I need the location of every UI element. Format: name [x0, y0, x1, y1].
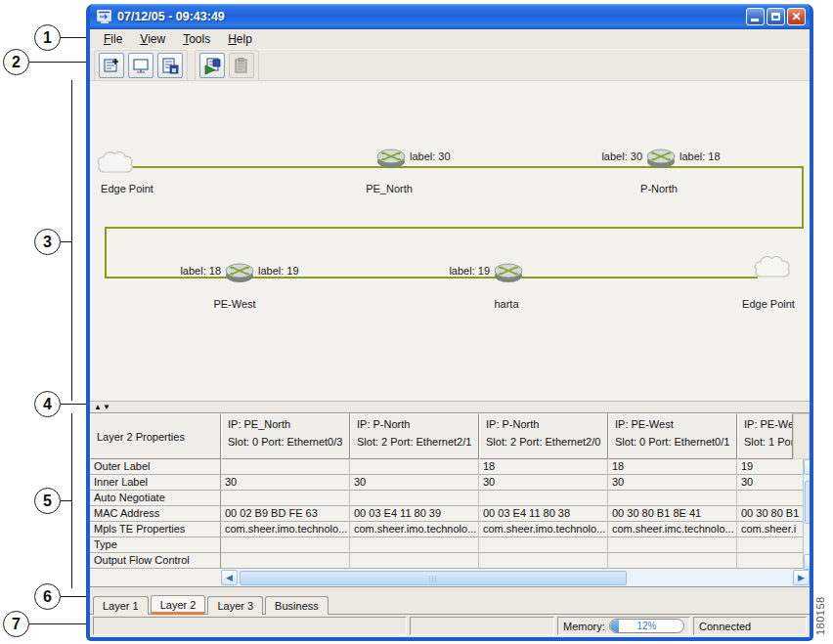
table-cell[interactable] — [479, 553, 608, 569]
column-ip: IP: P-North — [486, 418, 601, 430]
minimize-button[interactable] — [746, 8, 765, 25]
scroll-right-icon[interactable]: ▶ — [793, 570, 810, 585]
table-cell[interactable]: 18 — [608, 459, 737, 475]
toolbar-group-2 — [195, 50, 259, 81]
title-bar[interactable]: 07/12/05 - 09:43:49 ✕ — [90, 4, 810, 29]
table-cell[interactable] — [221, 537, 350, 553]
node-pe-north[interactable]: label: 30 — [375, 147, 407, 169]
column-header-pe-north[interactable]: IP: PE_North Slot: 0 Port: Ethernet0/3 — [221, 413, 350, 459]
table-cell[interactable] — [608, 491, 737, 506]
row-label[interactable]: Auto Negotiate — [90, 491, 221, 506]
table-cell[interactable] — [350, 459, 479, 475]
data-column-pe-west-2: 19 30 00 30 80 B1 com.sheer.i — [737, 459, 804, 570]
path-segment-top — [132, 166, 804, 168]
pane-divider[interactable]: ▲▼ — [90, 401, 810, 413]
close-button[interactable]: ✕ — [787, 8, 806, 25]
scroll-left-icon[interactable]: ◀ — [221, 570, 238, 585]
table-cell[interactable]: 00 03 E4 11 80 39 — [350, 506, 479, 522]
export-run-button[interactable] — [199, 53, 225, 78]
horizontal-scroll-thumb[interactable]: ||| — [240, 571, 627, 585]
table-cell[interactable] — [737, 553, 804, 569]
scroll-down-icon[interactable]: ▼ — [804, 554, 813, 570]
tab-layer2[interactable]: Layer 2 — [151, 595, 206, 615]
status-panel-main — [93, 617, 407, 635]
column-header-p-north-2[interactable]: IP: P-North Slot: 2 Port: Ethernet2/0 — [479, 413, 608, 459]
show-display-button[interactable] — [128, 53, 153, 78]
mpls-label: label: 18 — [680, 150, 721, 162]
window-icon — [97, 10, 112, 23]
table-cell[interactable]: 19 — [737, 459, 804, 475]
table-cell[interactable] — [479, 537, 608, 553]
column-header-pe-west-2[interactable]: IP: PE-Wes Slot: 1 Por — [737, 413, 793, 459]
row-label[interactable]: Type — [90, 537, 221, 553]
scroll-up-icon[interactable]: ▲ — [804, 459, 813, 475]
table-cell[interactable]: com.sheer.imo.technolo... — [350, 522, 479, 537]
table-cell[interactable]: 00 30 80 B1 — [737, 506, 804, 522]
horizontal-scrollbar[interactable]: ◀ ||| ▶ — [221, 570, 810, 586]
row-label[interactable]: Outer Label — [90, 459, 221, 475]
table-cell[interactable] — [221, 553, 350, 569]
table-cell[interactable]: 00 03 E4 11 80 38 — [479, 506, 608, 522]
table-cell[interactable] — [350, 553, 479, 569]
collapse-expand-icon[interactable]: ▲▼ — [94, 404, 111, 411]
menu-view[interactable]: View — [131, 30, 174, 48]
toolbar-group-1 — [94, 50, 188, 81]
table-cell[interactable] — [221, 491, 350, 506]
memory-label: Memory: — [563, 621, 605, 632]
table-cell[interactable]: 30 — [350, 475, 479, 491]
connection-label: Connected — [699, 621, 751, 632]
column-header-p-north-1[interactable]: IP: P-North Slot: 2 Port: Ethernet2/1 — [350, 413, 479, 459]
row-label[interactable]: MAC Address — [90, 506, 221, 522]
menu-help[interactable]: Help — [219, 30, 261, 48]
paste-button[interactable] — [229, 53, 254, 78]
table-cell[interactable]: 00 30 80 B1 8E 41 — [608, 506, 737, 522]
vertical-scrollbar[interactable]: ▲ ▼ — [804, 459, 813, 570]
column-header-pe-west-1[interactable]: IP: PE-West Slot: 0 Port: Ethernet0/1 — [608, 413, 737, 459]
table-cell[interactable]: com.sheer.imo.technolo... — [221, 522, 350, 537]
callout-5: 5 — [34, 488, 61, 514]
callout-2: 2 — [3, 49, 29, 75]
row-label[interactable]: Inner Label — [90, 475, 221, 491]
maximize-button[interactable] — [767, 8, 785, 25]
tab-bar: Layer 1 Layer 2 Layer 3 Business — [90, 590, 810, 615]
callout-bracket-5 — [71, 413, 72, 588]
node-pe-west[interactable]: label: 18 label: 19 — [224, 261, 255, 283]
new-report-button[interactable] — [99, 53, 124, 78]
table-cell[interactable]: com.sheer.imo.technolo... — [479, 522, 608, 537]
table-cell[interactable] — [737, 491, 804, 506]
node-p-north[interactable]: label: 30 label: 18 — [645, 147, 677, 169]
table-cell[interactable]: com.sheer.imc.technolo... — [608, 522, 737, 537]
table-cell[interactable]: 00 02 B9 BD FE 63 — [221, 506, 350, 522]
table-cell[interactable] — [737, 537, 804, 553]
table-cell[interactable] — [608, 553, 737, 569]
save-report-button[interactable] — [157, 53, 183, 78]
table-cell[interactable]: 30 — [479, 475, 608, 491]
tab-business[interactable]: Business — [265, 596, 329, 615]
table-cell[interactable] — [479, 491, 608, 506]
table-cell[interactable] — [608, 537, 737, 553]
callout-line-1 — [61, 37, 86, 38]
table-cell[interactable]: 18 — [479, 459, 608, 475]
tab-layer1[interactable]: Layer 1 — [93, 596, 149, 615]
row-label[interactable]: Output Flow Control — [90, 553, 221, 569]
table-cell[interactable] — [350, 491, 479, 506]
table-cell[interactable]: com.sheer.i — [737, 522, 804, 537]
table-cell[interactable] — [350, 537, 479, 553]
row-label[interactable]: Mpls TE Properties — [90, 522, 221, 537]
maximize-icon — [771, 13, 780, 21]
tab-layer3[interactable]: Layer 3 — [207, 596, 263, 615]
menu-tools[interactable]: Tools — [174, 30, 219, 48]
node-harta[interactable]: label: 19 — [493, 261, 524, 283]
table-cell[interactable]: 30 — [221, 475, 350, 491]
menu-file[interactable]: File — [95, 30, 131, 48]
table-cell[interactable] — [221, 459, 350, 475]
vertical-scroll-thumb[interactable] — [805, 481, 813, 524]
table-corner-header[interactable]: Layer 2 Properties — [90, 413, 221, 459]
callout-line-2 — [29, 62, 86, 63]
node-edge-point-west[interactable] — [95, 149, 136, 176]
table-cell[interactable]: 30 — [608, 475, 737, 491]
table-cell[interactable]: 30 — [737, 475, 804, 491]
column-slot: Slot: 2 Port: Ethernet2/1 — [357, 436, 472, 448]
topology-map[interactable]: Edge Point label: 30 PE_North — [90, 81, 810, 401]
node-edge-point-east[interactable] — [752, 253, 793, 280]
